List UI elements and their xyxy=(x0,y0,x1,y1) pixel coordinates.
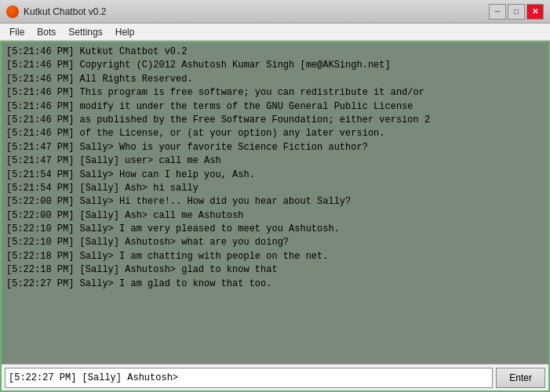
chat-area[interactable]: [5:21:46 PM] Kutkut Chatbot v0.2[5:21:46… xyxy=(2,42,548,364)
chat-line: [5:21:46 PM] of the License, or (at your… xyxy=(6,127,545,140)
chat-line: [5:21:54 PM] [Sally] Ash> hi sally xyxy=(6,182,545,195)
chat-line: [5:21:46 PM] This program is free softwa… xyxy=(6,86,545,100)
chat-line: [5:21:46 PM] Kutkut Chatbot v0.2 xyxy=(6,45,545,59)
title-bar-controls: ─ □ ✕ xyxy=(489,4,544,20)
menu-settings[interactable]: Settings xyxy=(62,25,108,39)
chat-input[interactable] xyxy=(5,368,493,388)
maximize-button[interactable]: □ xyxy=(508,4,525,20)
chat-line: [5:22:10 PM] [Sally] Ashutosh> what are … xyxy=(6,236,545,249)
main-window: [5:21:46 PM] Kutkut Chatbot v0.2[5:21:46… xyxy=(0,41,550,392)
chat-line: [5:22:00 PM] [Sally] Ash> call me Ashuto… xyxy=(6,209,545,223)
chat-line: [5:22:10 PM] Sally> I am very pleased to… xyxy=(6,223,545,236)
enter-button[interactable]: Enter xyxy=(496,368,545,388)
chat-line: [5:21:46 PM] as published by the Free So… xyxy=(6,114,545,127)
close-button[interactable]: ✕ xyxy=(526,4,544,20)
chat-line: [5:21:46 PM] modify it under the terms o… xyxy=(6,100,545,114)
chat-line: [5:21:46 PM] All Rights Reserved. xyxy=(6,73,545,86)
menu-file[interactable]: File xyxy=(3,25,31,39)
chat-line: [5:21:47 PM] Sally> Who is your favorite… xyxy=(6,141,545,154)
chat-line: [5:22:27 PM] Sally> I am glad to know th… xyxy=(6,278,545,291)
minimize-button[interactable]: ─ xyxy=(489,4,506,20)
chat-line: [5:22:00 PM] Sally> Hi there!.. How did … xyxy=(6,195,545,209)
chat-line: [5:22:18 PM] Sally> I am chatting with p… xyxy=(6,250,545,263)
chat-line: [5:21:47 PM] [Sally] user> call me Ash xyxy=(6,154,545,168)
chat-line: [5:21:54 PM] Sally> How can I help you, … xyxy=(6,169,545,182)
title-text: Kutkut Chatbot v0.2 xyxy=(24,6,106,17)
app-icon xyxy=(6,5,19,18)
menu-bots[interactable]: Bots xyxy=(31,25,62,39)
input-area: Enter xyxy=(2,364,548,390)
chat-line: [5:22:18 PM] [Sally] Ashutosh> glad to k… xyxy=(6,263,545,277)
chat-line: [5:21:46 PM] Copyright (C)2012 Ashutosh … xyxy=(6,59,545,72)
title-bar: Kutkut Chatbot v0.2 ─ □ ✕ xyxy=(0,0,550,24)
menu-help[interactable]: Help xyxy=(109,25,141,39)
title-bar-left: Kutkut Chatbot v0.2 xyxy=(6,5,106,18)
menu-bar: File Bots Settings Help xyxy=(0,24,550,41)
